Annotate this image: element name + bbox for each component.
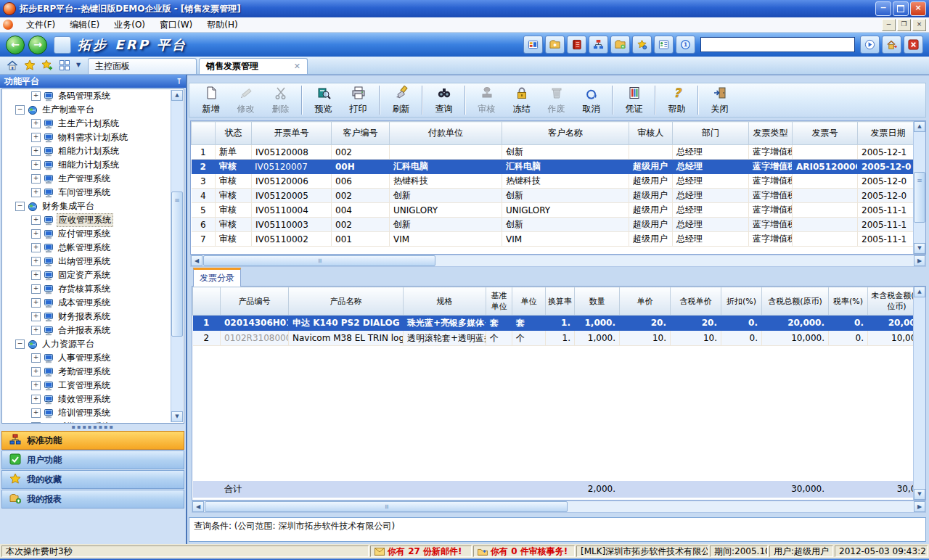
tree-expander-icon[interactable]: + (31, 298, 41, 308)
tree-expander-icon[interactable]: + (31, 257, 41, 266)
tree-expander-icon[interactable]: + (31, 353, 41, 363)
cell[interactable]: 10,000. (762, 331, 829, 346)
tree-item-条码管理系统[interactable]: +条码管理系统 (2, 89, 184, 103)
cell[interactable]: 20. (620, 316, 671, 331)
cell[interactable] (793, 203, 858, 218)
cell[interactable]: 超级用户 (629, 232, 673, 247)
panel-button-用户功能[interactable]: 用户功能 (1, 450, 184, 469)
column-header-数量[interactable]: 数量 (575, 287, 620, 316)
cell[interactable]: 审核 (216, 232, 252, 247)
pin-icon[interactable]: ⊺ (177, 77, 181, 86)
cell[interactable] (793, 218, 858, 232)
cell[interactable]: 2005-11-1 (858, 232, 919, 247)
entry-grid-hscrollbar[interactable]: ◀ ▶ (192, 501, 926, 513)
column-header-客户名称[interactable]: 客户名称 (502, 122, 629, 145)
toolbar-button-帮助[interactable]: ?帮助 (660, 84, 694, 116)
column-header-开票单号[interactable]: 开票单号 (252, 122, 332, 145)
tree-item-应收管理系统[interactable]: +应收管理系统 (2, 213, 184, 227)
cell[interactable]: 热键科技 (390, 174, 502, 189)
status-mail[interactable]: 你有 27 份新邮件! (370, 545, 472, 557)
tree-item-物料需求计划系统[interactable]: +物料需求计划系统 (2, 131, 184, 144)
cell[interactable]: 总经理 (673, 145, 749, 160)
cell[interactable]: 超级用户 (629, 160, 673, 174)
tree-item-总帐管理系统[interactable]: +总帐管理系统 (2, 241, 184, 255)
tree-item-财务集成平台[interactable]: −财务集成平台 (2, 199, 184, 213)
cell[interactable]: 蓝字增值税 (749, 160, 793, 174)
tree-item-考勤管理系统[interactable]: +考勤管理系统 (2, 365, 184, 379)
menu-item[interactable]: 业务(O) (107, 17, 152, 33)
column-header-产品编号[interactable]: 产品编号 (221, 287, 289, 316)
cell[interactable]: 总经理 (673, 232, 749, 247)
toolbar-button-查询[interactable]: 查询 (427, 84, 461, 116)
column-header-基准单位[interactable]: 基准单位 (486, 287, 512, 316)
table-row[interactable]: 20102R31080000Navicom M38 EL TRIN logo透明… (193, 331, 926, 346)
scroll-up-icon[interactable]: ▲ (914, 287, 925, 297)
column-header-含税单价[interactable]: 含税单价 (671, 287, 721, 316)
tree-item-生产管理系统[interactable]: +生产管理系统 (2, 172, 184, 186)
cell[interactable] (793, 145, 858, 160)
cell[interactable]: 总经理 (673, 174, 749, 189)
cell[interactable]: VIM (502, 232, 629, 247)
cell[interactable] (793, 189, 858, 203)
toolbar-button-打印[interactable]: 打印 (341, 84, 375, 116)
panel-button-我的收藏[interactable]: 我的收藏 (1, 470, 184, 489)
tree-expander-icon[interactable]: + (31, 133, 41, 142)
column-header-产品名称[interactable]: 产品名称 (289, 287, 404, 316)
toolbar-button-关闭[interactable]: 关闭 (703, 84, 737, 116)
table-row[interactable]: 1新单IV05120008002创新总经理蓝字增值税2005-12-1 (192, 145, 919, 160)
tree-expander-icon[interactable]: + (31, 326, 41, 335)
tree-expander-icon[interactable]: − (15, 105, 25, 115)
cell[interactable]: 0. (829, 316, 868, 331)
tree-scrollbar[interactable]: ▲ ▼ (171, 90, 183, 422)
cell[interactable]: VIM (390, 232, 502, 247)
cell[interactable]: 1,000. (575, 316, 620, 331)
add-favorite-icon[interactable] (39, 58, 55, 73)
tree-expander-icon[interactable]: + (31, 271, 41, 280)
tree-item-人事管理系统[interactable]: +人事管理系统 (2, 351, 184, 365)
cell[interactable]: 2005-12-0 (858, 189, 919, 203)
column-header-发票类型[interactable]: 发票类型 (749, 122, 793, 145)
panel-button-标准功能[interactable]: 标准功能 (1, 431, 184, 450)
cell[interactable]: 超级用户 (629, 203, 673, 218)
mdi-minimize-button[interactable]: − (882, 19, 896, 31)
cell[interactable]: 总经理 (673, 189, 749, 203)
cell[interactable]: 10. (620, 331, 671, 346)
cell[interactable]: 创新 (390, 189, 502, 203)
column-header-审核人[interactable]: 审核人 (629, 122, 673, 145)
cell[interactable]: 2005-12-0 (858, 174, 919, 189)
cell[interactable]: 10. (671, 331, 721, 346)
maximize-button[interactable] (893, 1, 909, 16)
cell[interactable]: 001 (332, 232, 390, 247)
cell[interactable]: 0. (721, 316, 762, 331)
cell[interactable]: 超级用户 (629, 189, 673, 203)
toolbar-button-取消[interactable]: 取消 (574, 84, 608, 116)
cell[interactable]: 审核 (216, 203, 252, 218)
column-header-付款单位[interactable]: 付款单位 (390, 122, 502, 145)
cell[interactable]: 审核 (216, 160, 252, 174)
cell[interactable]: 套 (486, 316, 512, 331)
address-book-icon[interactable] (567, 36, 586, 54)
mdi-restore-button[interactable]: ❐ (897, 19, 911, 31)
cell[interactable]: 透明滚轮套+透明蓝按键 (404, 331, 486, 346)
scroll-left-icon[interactable]: ◀ (191, 255, 202, 266)
cell[interactable]: 汇科电脑 (502, 160, 629, 174)
tab-layout-dropdown[interactable]: ▼ (73, 58, 83, 73)
cell[interactable]: 蓝字增值税 (749, 203, 793, 218)
tree-item-人力资源平台[interactable]: −人力资源平台 (2, 337, 184, 351)
invoice-grid-scroll-thumb[interactable] (914, 172, 925, 223)
tree-item-固定资产系统[interactable]: +固定资产系统 (2, 268, 184, 282)
column-header-客户编号[interactable]: 客户编号 (332, 122, 390, 145)
cell[interactable]: 02014306H01000 (221, 316, 289, 331)
tab-销售发票管理[interactable]: 销售发票管理✕ (199, 58, 308, 74)
tree-expander-icon[interactable]: + (31, 174, 41, 184)
tree-expander-icon[interactable]: + (31, 91, 41, 101)
cell[interactable]: ARI051200001 (793, 160, 858, 174)
scroll-up-icon[interactable]: ▲ (171, 90, 183, 101)
tree-expander-icon[interactable]: + (31, 312, 41, 321)
table-row[interactable]: 3审核IV05120006006热键科技热键科技超级用户总经理蓝字增值税2005… (192, 174, 919, 189)
tree-item-绩效管理系统[interactable]: +绩效管理系统 (2, 392, 184, 406)
tree-expander-icon[interactable]: + (31, 188, 41, 197)
cell[interactable]: 套 (512, 316, 546, 331)
tree-item-成本管理系统[interactable]: +成本管理系统 (2, 296, 184, 310)
column-header-发票日期[interactable]: 发票日期 (858, 122, 919, 145)
